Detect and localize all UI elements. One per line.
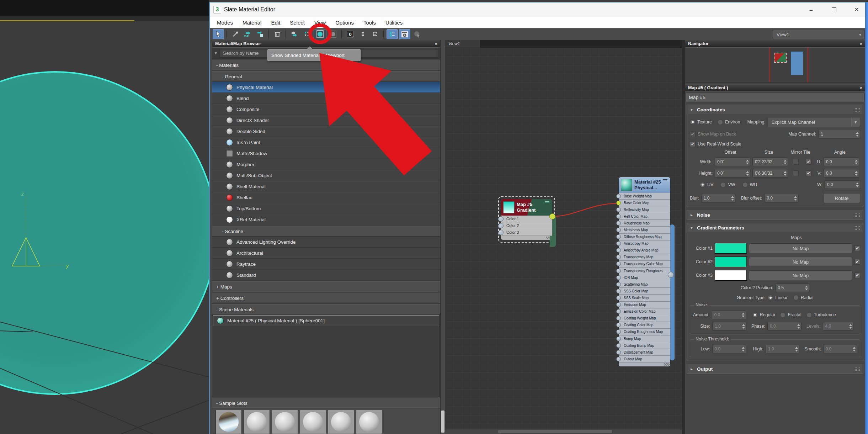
show-map-on-back-checkbox[interactable]: ✔ [690,131,696,137]
node-slot-anisotropy-map[interactable]: Anisotropy Map [619,240,670,247]
node-slot-transparency-roughnes-[interactable]: Transparency Roughnes... [619,268,670,274]
input-socket[interactable] [616,302,621,307]
select-children-button[interactable] [357,29,368,39]
rotate-button[interactable]: Rotate [823,193,860,203]
parameter-editor-close-icon[interactable]: x [860,86,862,90]
browser-item-xref-material[interactable]: XRef Material [212,214,440,225]
menu-tools[interactable]: Tools [363,20,376,26]
low-spinner[interactable]: 0.0 [712,345,746,353]
node-slot-color-1[interactable]: Color 1 [501,216,552,222]
material-node-scrollbar[interactable] [670,224,675,360]
uv-radio[interactable] [700,182,705,187]
environ-radio[interactable] [718,120,723,125]
levels-spinner[interactable]: 4.0 [823,322,853,330]
sample-slot[interactable] [328,410,354,434]
tab-view1[interactable]: View1 [445,40,480,48]
node-slot-color-2[interactable]: Color 2 [501,222,552,229]
node-slot-scattering-map[interactable]: Scattering Map [619,281,670,288]
vw-radio[interactable] [720,182,726,187]
menu-modes[interactable]: Modes [217,20,233,26]
color2-swatch[interactable] [715,256,747,267]
browser-panel-header[interactable]: Material/Map Browser x [212,40,440,48]
input-socket[interactable] [616,221,621,226]
material25-node[interactable]: Material #25 Physical... Base Weight Map… [619,177,670,366]
mapping-dropdown[interactable]: Explicit Map Channel ▼ [768,117,860,127]
browser-item-ink-n-paint[interactable]: Ink 'n Paint [212,137,440,148]
navigator-header[interactable]: Navigator x [685,40,865,48]
browser-item-blend[interactable]: Blend [212,93,440,104]
input-socket[interactable] [498,230,504,235]
node-slot-cutout-map[interactable]: Cutout Map [619,356,670,362]
material-output-socket[interactable] [668,272,674,278]
node-slot-transparency-color-map[interactable]: Transparency Color Map [619,261,670,268]
color2-position-spinner[interactable]: 0.5 [775,284,809,292]
turbulence-radio[interactable] [806,312,812,318]
linear-radio[interactable] [768,295,773,300]
menu-edit[interactable]: Edit [271,20,280,26]
node-minimize-icon[interactable] [663,179,667,180]
connected-input-socket[interactable] [616,201,621,205]
delete-selected-button[interactable] [272,29,283,39]
input-socket[interactable] [498,223,504,228]
input-socket[interactable] [616,228,621,232]
input-socket[interactable] [616,337,621,341]
blur-offset-spinner[interactable]: 0.0 [764,194,798,202]
input-socket[interactable] [616,323,621,327]
node-slot-diffuse-roughness-map[interactable]: Diffuse Roughness Map [619,234,670,240]
node-slot-coating-bump-map[interactable]: Coating Bump Map [619,342,670,349]
blur-spinner[interactable]: 1.0 [701,194,735,202]
width-mirror-checkbox[interactable]: ✔ [793,159,799,165]
parameter-editor-header[interactable]: Map #5 ( Gradient ) x [685,84,865,92]
map5-gradient-node[interactable]: Map #5 Gradient Color 1Color 2Color 3 [501,199,552,240]
view-horizontal-scrollbar[interactable] [445,429,682,434]
close-button[interactable]: ✕ [845,2,868,17]
input-socket[interactable] [616,194,621,199]
browser-item-double-sided[interactable]: Double Sided [212,126,440,137]
menu-options[interactable]: Options [335,20,354,26]
height-size-spinner[interactable]: 0'6 30/32 [752,169,788,178]
coordinates-rollout-header[interactable]: ▼ Coordinates [687,105,863,114]
texture-radio[interactable] [690,120,695,125]
browser-group-scanline[interactable]: - Scanline [212,226,440,237]
show-values-button[interactable]: 0 [345,29,356,39]
node-slot-reflectivity-map[interactable]: Reflectivity Map [619,206,670,213]
input-socket[interactable] [616,316,621,321]
node-slot-bump-map[interactable]: Bump Map [619,335,670,342]
width-size-spinner[interactable]: 0'2 22/32 [752,158,788,166]
sample-slot[interactable] [215,410,242,434]
browser-item-multi-sub-object[interactable]: Multi/Sub-Object [212,170,440,181]
input-socket[interactable] [616,275,621,280]
node-slot-base-color-map[interactable]: Base Color Map [619,200,670,206]
node-canvas[interactable]: Map #5 Gradient Color 1Color 2Color 3 Ma… [445,48,682,429]
node-slot-anisotropy-angle-map[interactable]: Anisotropy Angle Map [619,247,670,254]
minimize-button[interactable]: – [800,2,822,17]
color3-swatch[interactable] [715,270,747,281]
browser-scrollbar-thumb[interactable] [441,411,444,433]
parameter-editor-toggle-button[interactable] [399,29,410,39]
browser-item-directx-shader[interactable]: DirectX Shader [212,115,440,126]
browser-close-icon[interactable]: x [435,42,437,46]
phase-spinner[interactable]: 0.0 [767,322,802,330]
color2-no-map-button[interactable]: No Map [749,257,852,267]
regular-radio[interactable] [752,312,758,318]
show-shaded-material-in-viewport-button[interactable] [314,29,326,39]
node-slot-color-3[interactable]: Color 3 [501,229,552,236]
input-socket[interactable] [616,350,621,355]
input-socket[interactable] [616,282,621,287]
browser-item-architectural[interactable]: Architectural [212,248,440,259]
browser-scrollbar[interactable] [440,40,445,434]
color1-no-map-button[interactable]: No Map [749,243,852,253]
pick-material-eyedropper-button[interactable] [230,29,241,39]
map-name-field[interactable]: Map #5 [686,93,864,102]
input-socket[interactable] [616,269,621,273]
width-offset-spinner[interactable]: 0'0" [715,158,750,166]
input-socket[interactable] [616,234,621,239]
input-socket[interactable] [616,241,621,246]
layout-children-button[interactable] [289,29,300,39]
input-socket[interactable] [616,296,621,300]
layout-tree-button[interactable] [369,29,381,39]
hide-unused-nodeslots-button[interactable] [301,29,313,39]
input-socket[interactable] [616,309,621,314]
map-node-header[interactable]: Map #5 Gradient [501,199,552,216]
height-mirror-checkbox[interactable]: ✔ [793,170,799,176]
